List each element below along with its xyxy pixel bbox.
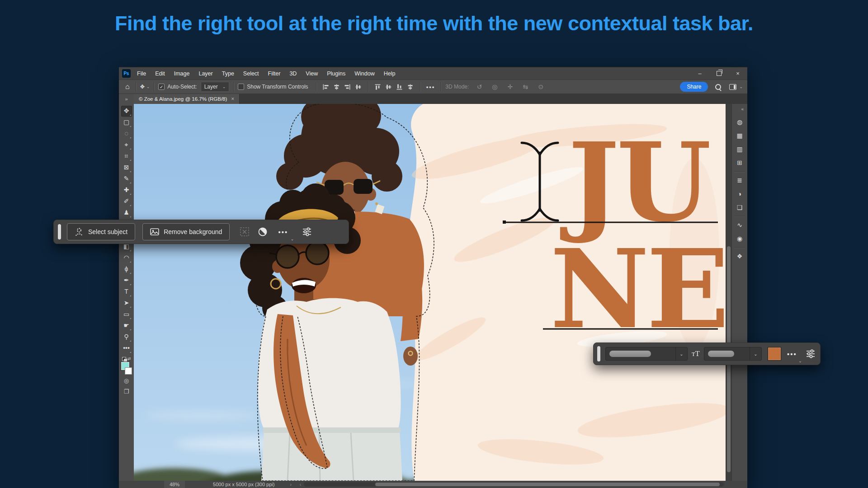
expand-panels-button[interactable]: « [732, 104, 747, 113]
text-color-swatch[interactable] [768, 347, 781, 361]
zoom-level-field[interactable]: 48% [164, 481, 185, 488]
share-button[interactable]: Share [680, 82, 708, 92]
font-family-dropdown[interactable]: ⌄ [605, 347, 688, 361]
vertical-scrollbar[interactable] [726, 104, 731, 481]
align-vertical-centers-icon[interactable] [383, 82, 394, 92]
zoom-tool[interactable]: ⚲ [121, 332, 132, 343]
menu-item-file[interactable]: File [137, 70, 146, 77]
quick-mask-button[interactable]: ◎ [121, 375, 132, 385]
auto-select-target-dropdown[interactable]: Layer ⌄ [201, 82, 230, 92]
type-properties-icon[interactable] [803, 346, 818, 361]
select-subject-button[interactable]: Select subject [67, 223, 135, 240]
home-icon[interactable]: ⌂ [125, 83, 130, 91]
brush-tool[interactable]: ✐ [121, 196, 132, 207]
color-panel-icon[interactable]: ◍ [735, 117, 745, 127]
tools-panel: ✥▢◌⌖⌗⊠✎✚✐♟↺▱◧◠ϕ✒T➤▭☛⚲••• ⇄ ◎ ❐ [119, 104, 134, 481]
menu-item-3d[interactable]: 3D [289, 70, 297, 77]
toolbar-collapse-button[interactable]: » [119, 94, 134, 104]
taskbar-drag-handle[interactable] [597, 346, 600, 361]
menu-item-help[interactable]: Help [384, 70, 396, 77]
pan-3d-camera-icon[interactable]: ✛ [505, 82, 515, 92]
adjustments-icon[interactable] [255, 224, 270, 239]
horizontal-scrollbar[interactable] [304, 482, 724, 487]
patterns-panel-icon[interactable]: ⊞ [735, 158, 745, 168]
dodge-tool[interactable]: ϕ [121, 264, 132, 275]
more-task-options-button[interactable]: ••• ⌄ [275, 224, 291, 239]
eyedropper-tool[interactable]: ✎ [121, 174, 132, 184]
menu-item-type[interactable]: Type [222, 70, 234, 77]
clone-stamp-tool[interactable]: ♟ [121, 207, 132, 218]
taskbar-properties-icon[interactable] [299, 224, 315, 239]
paths-panel-icon[interactable]: ∿ [735, 220, 745, 230]
show-transform-checkbox[interactable] [238, 84, 244, 90]
properties-panel-icon[interactable]: ≣ [735, 175, 745, 185]
crop-tool[interactable]: ⌗ [121, 151, 132, 162]
taskbar-drag-handle[interactable] [58, 224, 61, 239]
menu-item-filter[interactable]: Filter [268, 70, 281, 77]
distribute-horizontal-centers-icon[interactable] [353, 82, 364, 92]
edit-toolbar[interactable]: ••• [121, 343, 132, 354]
distribute-vertical-centers-icon[interactable] [405, 82, 416, 92]
status-expander-icon[interactable]: › [290, 482, 291, 487]
menu-item-select[interactable]: Select [243, 70, 259, 77]
menu-item-plugins[interactable]: Plugins [327, 70, 345, 77]
roll-3d-camera-icon[interactable]: ◎ [490, 82, 500, 92]
scroll-left-arrow-icon[interactable]: ‹ [300, 482, 301, 487]
horizontal-scrollbar-thumb[interactable] [375, 483, 720, 486]
align-top-edges-icon[interactable] [373, 82, 383, 92]
align-horizontal-centers-icon[interactable] [331, 82, 342, 92]
slide-3d-camera-icon[interactable]: ⇆ [520, 82, 530, 92]
auto-select-checkbox[interactable]: ✓ [158, 84, 165, 90]
options-bar: ⌂ ✥ ⌄ ✓ Auto-Select: Layer ⌄ Show Transf… [119, 80, 747, 94]
orbit-3d-camera-icon[interactable]: ↺ [474, 82, 484, 92]
align-right-edges-icon[interactable] [342, 82, 353, 92]
font-size-dropdown[interactable]: ⌄ [704, 347, 762, 361]
align-bottom-edges-icon[interactable] [394, 82, 405, 92]
close-button[interactable]: × [728, 67, 747, 80]
object-selection-tool[interactable]: ⌖ [121, 140, 132, 150]
hand-tool[interactable]: ☛ [121, 320, 132, 331]
menu-bar: FileEditImageLayerTypeSelectFilter3DView… [137, 70, 404, 77]
canvas-area[interactable]: JU NE [134, 104, 726, 481]
document-tab[interactable]: © Zoe & Alana.jpeg @ 16.7% (RGB/8) × [134, 94, 240, 104]
menu-item-image[interactable]: Image [174, 70, 190, 77]
search-icon[interactable] [715, 84, 721, 90]
path-selection-tool[interactable]: ➤ [121, 298, 132, 309]
document-canvas[interactable]: JU NE [134, 104, 726, 481]
remove-background-button[interactable]: Remove background [142, 223, 230, 240]
rectangular-marquee-tool[interactable]: ▢ [121, 117, 132, 128]
menu-item-edit[interactable]: Edit [155, 70, 165, 77]
spot-healing-brush-tool[interactable]: ✚ [121, 185, 132, 196]
background-color-swatch[interactable] [125, 367, 132, 375]
pen-tool[interactable]: ✒ [121, 275, 132, 286]
screen-mode-button[interactable]: ❐ [121, 386, 132, 396]
menu-item-view[interactable]: View [306, 70, 318, 77]
swatches-panel-icon[interactable]: ▦ [735, 131, 745, 141]
frame-tool[interactable]: ⊠ [121, 162, 132, 173]
more-type-options-button[interactable]: ••• ⌄ [785, 346, 799, 361]
zoom-3d-camera-icon[interactable]: ⊙ [536, 82, 546, 92]
blur-tool[interactable]: ◠ [121, 253, 132, 263]
lasso-tool[interactable]: ◌ [121, 128, 132, 139]
align-left-edges-icon[interactable] [321, 82, 331, 92]
menu-item-layer[interactable]: Layer [198, 70, 212, 77]
gradients-panel-icon[interactable]: ▥ [735, 144, 745, 154]
minimize-button[interactable]: – [690, 67, 709, 80]
default-colors-icon[interactable] [122, 357, 126, 361]
chevron-down-icon[interactable]: ⌄ [739, 84, 743, 89]
color-grading-panel-icon[interactable]: ◉ [735, 234, 745, 244]
more-align-options-icon[interactable]: ••• [426, 84, 435, 90]
swap-colors-icon[interactable]: ⇄ [127, 357, 131, 361]
type-tool[interactable]: T [121, 286, 132, 297]
libraries-panel-icon[interactable]: ❏ [735, 202, 745, 212]
tab-close-icon[interactable]: × [231, 96, 234, 102]
restore-button[interactable] [709, 67, 728, 80]
layers-panel-icon[interactable]: ❖ [735, 251, 745, 261]
transform-image-icon[interactable] [237, 224, 252, 239]
adjustments-panel-icon[interactable]: ◑ [735, 189, 745, 199]
menu-item-window[interactable]: Window [354, 70, 374, 77]
workspace-switcher-icon[interactable] [729, 84, 736, 90]
move-tool[interactable]: ✥ [121, 106, 132, 117]
tool-preset-picker[interactable]: ✥ ⌄ [140, 84, 150, 90]
rectangle-tool[interactable]: ▭ [121, 309, 132, 320]
